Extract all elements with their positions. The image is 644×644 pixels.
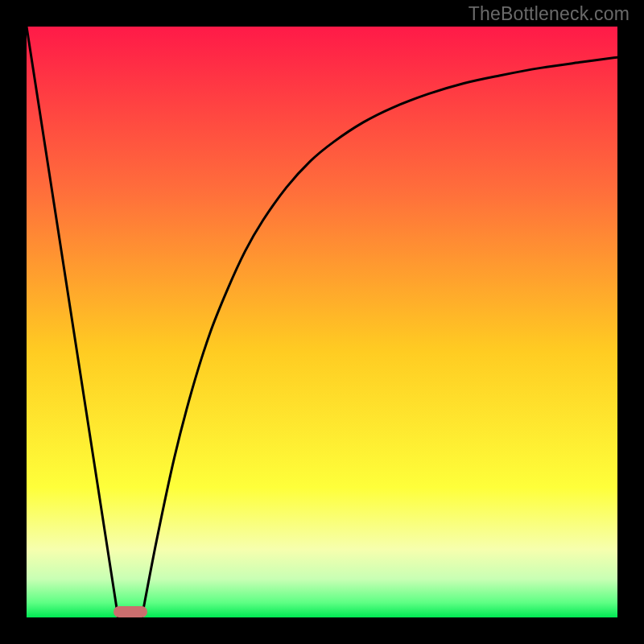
curve-layer (27, 27, 617, 617)
chart-frame: TheBottleneck.com (0, 0, 644, 644)
optimal-region-marker (114, 606, 148, 617)
right-curve (142, 57, 617, 617)
left-linear-segment (27, 27, 118, 617)
watermark-text: TheBottleneck.com (469, 3, 630, 25)
plot-area (27, 27, 617, 617)
